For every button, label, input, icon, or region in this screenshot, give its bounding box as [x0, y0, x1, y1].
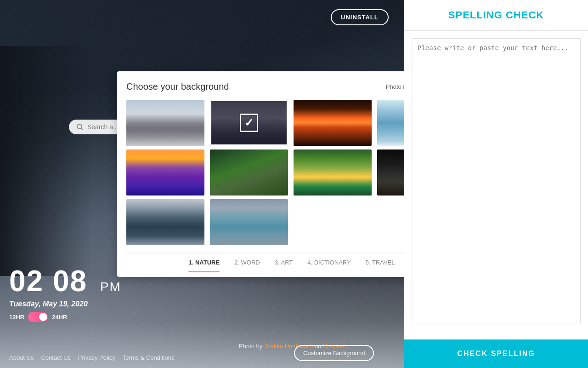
modal-photo-credit: Photo by Unsplash	[386, 83, 404, 90]
background-option-7[interactable]	[294, 150, 372, 196]
background-option-4[interactable]	[377, 100, 404, 146]
clock-date: Tuesday, May 19, 2020	[9, 300, 121, 308]
customize-background-button[interactable]: Customize Background	[294, 345, 374, 361]
background-option-10[interactable]	[210, 199, 288, 245]
spelling-header: SPELLING CHECK	[404, 0, 588, 31]
clock-minutes: 08	[53, 264, 87, 298]
tab-art[interactable]: 3. ART	[275, 257, 293, 268]
modal-title: Choose your background	[126, 81, 229, 92]
tab-word[interactable]: 2. WORD	[234, 257, 260, 268]
svg-point-0	[77, 124, 82, 129]
modal-header: Choose your background Photo by Unsplash…	[126, 80, 404, 92]
svg-line-1	[81, 128, 83, 130]
background-option-1[interactable]	[126, 100, 204, 146]
toggle-24hr-label: 24HR	[52, 314, 67, 321]
left-panel: UNINSTALL 02 08 PM Tuesday, May 19, 2020…	[0, 0, 404, 368]
footer-links: About Us Contact Us Privacy Policy Terms…	[9, 354, 174, 361]
spelling-textarea-wrapper	[404, 31, 588, 339]
image-grid	[126, 100, 404, 245]
toggle-switch[interactable]	[28, 312, 48, 322]
clock-time: 02 08 PM	[9, 264, 121, 298]
background-option-6[interactable]	[210, 150, 288, 196]
search-icon	[76, 123, 84, 131]
uninstall-button[interactable]: UNINSTALL	[331, 9, 389, 25]
category-tabs: 1. NATURE 2. WORD 3. ART 4. DICTIONARY 5…	[126, 253, 404, 268]
check-spelling-button[interactable]: CHECK SPELLING	[404, 339, 588, 368]
right-panel: SPELLING CHECK CHECK SPELLING	[404, 0, 588, 368]
selected-checkmark	[240, 114, 258, 132]
spelling-textarea[interactable]	[412, 38, 581, 323]
clock-container: 02 08 PM Tuesday, May 19, 2020 12HR 24HR	[9, 264, 121, 322]
background-option-2[interactable]	[210, 100, 288, 146]
tree-silhouettes	[0, 46, 92, 276]
background-option-8[interactable]	[377, 150, 404, 196]
privacy-policy-link[interactable]: Privacy Policy	[78, 354, 115, 361]
background-option-5[interactable]	[126, 150, 204, 196]
tab-travel[interactable]: 5. TRAVEL	[366, 257, 395, 268]
terms-conditions-link[interactable]: Terms & Conditions	[123, 354, 175, 361]
toggle-12hr-label: 12HR	[9, 314, 24, 321]
clock-hours: 02	[9, 264, 44, 298]
tab-dictionary[interactable]: 4. DICTIONARY	[307, 257, 351, 268]
contact-us-link[interactable]: Contact Us	[41, 354, 70, 361]
modal-header-right: Photo by Unsplash ✕	[386, 80, 404, 92]
spelling-check-title: SPELLING CHECK	[448, 9, 544, 21]
background-option-9[interactable]	[126, 199, 204, 245]
photo-by-label: Photo by	[239, 343, 262, 350]
background-chooser-modal: Choose your background Photo by Unsplash…	[117, 71, 404, 277]
tab-nature[interactable]: 1. NATURE	[188, 257, 220, 268]
clock-ampm: PM	[100, 280, 121, 294]
about-us-link[interactable]: About Us	[9, 354, 34, 361]
toggle-knob	[39, 313, 47, 321]
background-option-3[interactable]	[294, 100, 372, 146]
time-format-toggle: 12HR 24HR	[9, 312, 121, 322]
